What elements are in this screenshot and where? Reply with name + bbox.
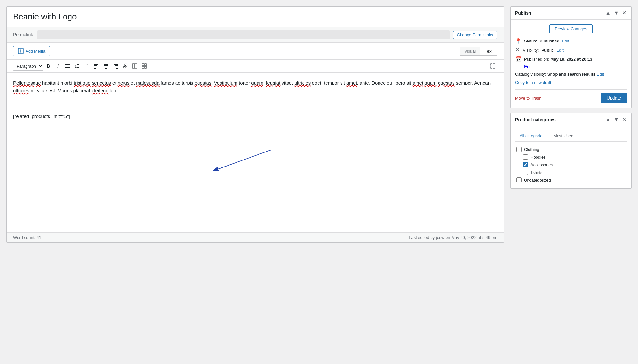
svg-rect-12 bbox=[94, 65, 97, 66]
editor-panel: Permalink: Change Permalinks Add Media V… bbox=[6, 6, 504, 243]
published-date: May 19, 2022 at 20:13 bbox=[550, 57, 592, 62]
visibility-edit-link[interactable]: Edit bbox=[556, 48, 563, 53]
all-categories-tab[interactable]: All categories bbox=[515, 131, 549, 141]
category-uncategorized-checkbox[interactable] bbox=[516, 177, 522, 182]
last-edited-info: Last edited by joew on May 20, 2022 at 5… bbox=[409, 235, 497, 240]
category-list: Clothing Hoodies Accessories Tshirts bbox=[515, 145, 627, 184]
post-title-input[interactable] bbox=[7, 7, 504, 27]
status-value: Published bbox=[539, 39, 559, 43]
svg-rect-6 bbox=[66, 67, 70, 68]
status-icon: 📍 bbox=[515, 38, 522, 44]
permalink-bar: Permalink: Change Permalinks bbox=[7, 27, 504, 43]
permalink-label: Permalink: bbox=[13, 32, 34, 37]
add-media-button[interactable]: Add Media bbox=[13, 46, 50, 56]
svg-rect-18 bbox=[105, 68, 107, 69]
svg-rect-10 bbox=[77, 67, 79, 68]
table-icon bbox=[132, 63, 137, 69]
visibility-icon: 👁 bbox=[515, 47, 520, 53]
grid-button[interactable] bbox=[140, 62, 149, 71]
category-accessories-checkbox[interactable] bbox=[523, 162, 528, 167]
catalog-vis-value: Shop and search results bbox=[547, 72, 596, 77]
publish-collapse-up-button[interactable]: ▲ bbox=[605, 10, 611, 16]
publish-box-body: Preview Changes 📍 Status: Published Edit… bbox=[511, 20, 631, 108]
list-item: Hoodies bbox=[516, 153, 626, 161]
ol-icon: 1. bbox=[75, 63, 80, 69]
list-item: Tshirts bbox=[516, 168, 626, 176]
categories-collapse-up-button[interactable]: ▲ bbox=[605, 116, 611, 123]
annotation-arrow bbox=[7, 73, 504, 232]
word-count: Word count: 41 bbox=[13, 235, 41, 240]
preview-changes-button[interactable]: Preview Changes bbox=[549, 24, 593, 33]
change-permalinks-button[interactable]: Change Permalinks bbox=[453, 31, 497, 39]
category-hoodies-label: Hoodies bbox=[530, 155, 546, 160]
svg-rect-8 bbox=[77, 64, 79, 65]
align-right-button[interactable] bbox=[111, 62, 120, 71]
svg-rect-17 bbox=[104, 67, 108, 67]
list-item: Accessories bbox=[516, 161, 626, 168]
category-tshirts-checkbox[interactable] bbox=[523, 170, 528, 175]
published-label: Published on: bbox=[524, 57, 549, 62]
update-button[interactable]: Update bbox=[601, 93, 627, 103]
most-used-tab[interactable]: Most Used bbox=[549, 131, 578, 141]
categories-collapse-down-button[interactable]: ▼ bbox=[613, 116, 619, 123]
svg-rect-29 bbox=[145, 66, 146, 68]
text-tab[interactable]: Text bbox=[480, 47, 497, 55]
visual-tab[interactable]: Visual bbox=[460, 47, 480, 55]
italic-button[interactable]: I bbox=[54, 62, 63, 71]
publish-visibility-row: 👁 Visibility: Public Edit bbox=[515, 47, 627, 53]
product-categories-header: Product categories ▲ ▼ ✕ bbox=[511, 113, 631, 126]
bold-button[interactable]: B bbox=[44, 62, 53, 71]
link-button[interactable] bbox=[121, 62, 130, 71]
align-left-button[interactable] bbox=[92, 62, 101, 71]
catalog-vis-edit-link[interactable]: Edit bbox=[597, 72, 604, 77]
editor-content-area[interactable]: Pellentesque habitant morbi tristique se… bbox=[7, 73, 504, 232]
product-categories-body: All categories Most Used Clothing Hoodie… bbox=[511, 126, 631, 188]
blockquote-button[interactable]: " bbox=[82, 62, 91, 71]
svg-rect-2 bbox=[66, 64, 70, 65]
svg-line-31 bbox=[213, 150, 271, 171]
product-categories-box: Product categories ▲ ▼ ✕ All categories … bbox=[510, 113, 632, 189]
category-hoodies-checkbox[interactable] bbox=[523, 154, 528, 160]
svg-rect-28 bbox=[142, 66, 144, 68]
expand-button[interactable] bbox=[488, 62, 497, 71]
shortcode-text: [related_products limit="5"] bbox=[13, 114, 497, 119]
publish-collapse-down-button[interactable]: ▼ bbox=[613, 10, 619, 16]
list-item: Uncategorized bbox=[516, 176, 626, 184]
align-right-icon bbox=[113, 63, 118, 69]
category-uncategorized-label: Uncategorized bbox=[524, 178, 551, 182]
publish-header-controls: ▲ ▼ ✕ bbox=[605, 10, 627, 16]
publish-close-button[interactable]: ✕ bbox=[621, 10, 627, 16]
visibility-label: Visibility: bbox=[523, 48, 539, 53]
catalog-vis-label: Catalog visibility: bbox=[515, 72, 546, 77]
svg-rect-9 bbox=[77, 66, 79, 66]
publish-actions: Move to Trash Update bbox=[515, 89, 627, 103]
svg-rect-19 bbox=[114, 64, 118, 65]
align-center-icon bbox=[103, 63, 109, 69]
editor-footer: Word count: 41 Last edited by joew on Ma… bbox=[7, 232, 504, 242]
table-insert-button[interactable] bbox=[130, 62, 139, 71]
status-edit-link[interactable]: Edit bbox=[562, 39, 569, 43]
publish-box-header: Publish ▲ ▼ ✕ bbox=[511, 7, 631, 20]
link-icon bbox=[123, 63, 128, 69]
copy-to-draft-link[interactable]: Copy to a new draft bbox=[515, 80, 551, 85]
move-to-trash-link[interactable]: Move to Trash bbox=[515, 96, 541, 100]
svg-rect-11 bbox=[94, 64, 98, 65]
svg-rect-15 bbox=[104, 64, 108, 65]
category-accessories-label: Accessories bbox=[530, 162, 553, 167]
publish-date-row: 📅 Published on: May 19, 2022 at 20:13 bbox=[515, 56, 627, 62]
category-clothing-checkbox[interactable] bbox=[516, 147, 522, 152]
align-center-button[interactable] bbox=[101, 62, 110, 71]
category-clothing-label: Clothing bbox=[524, 147, 539, 152]
visibility-value: Public bbox=[541, 48, 554, 53]
sidebar: Publish ▲ ▼ ✕ Preview Changes 📍 Status: … bbox=[510, 6, 632, 189]
unordered-list-button[interactable] bbox=[63, 62, 72, 71]
paragraph-select[interactable]: Paragraph bbox=[13, 62, 43, 71]
calendar-icon: 📅 bbox=[515, 56, 522, 62]
svg-rect-21 bbox=[114, 67, 118, 67]
grid-icon bbox=[142, 63, 147, 69]
editor-body-text: Pellentesque habitant morbi tristique se… bbox=[13, 79, 497, 94]
product-categories-title: Product categories bbox=[515, 117, 556, 122]
published-date-edit-link[interactable]: Edit bbox=[524, 64, 532, 69]
ordered-list-button[interactable]: 1. bbox=[73, 62, 82, 71]
categories-close-button[interactable]: ✕ bbox=[621, 116, 627, 123]
